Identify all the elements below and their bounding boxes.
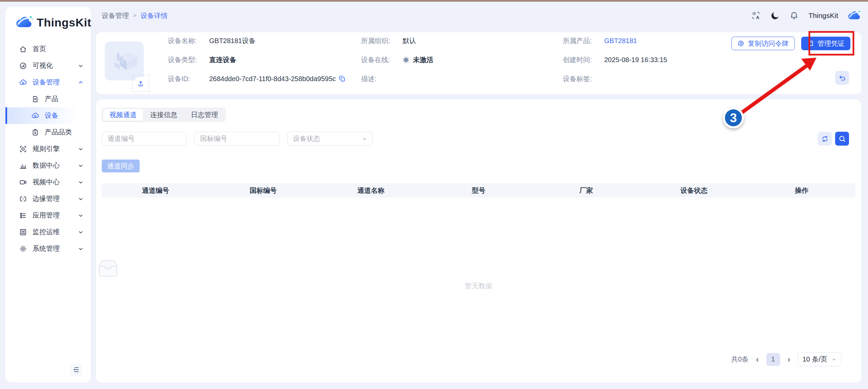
sidebar-item-rule-engine[interactable]: 规则引擎 bbox=[5, 141, 91, 157]
device-info-column-2: 所属组织: 默认 设备在线: 未激活 描述: bbox=[361, 37, 433, 94]
sidebar-item-device-management[interactable]: 设备管理 bbox=[5, 74, 91, 91]
sidebar-item-product-category[interactable]: 产品品类 bbox=[5, 124, 91, 141]
gb-no-input[interactable] bbox=[194, 132, 279, 146]
tab-connection-info[interactable]: 连接信息 bbox=[144, 109, 184, 121]
empty-state: 暂无数据 bbox=[96, 258, 861, 291]
sidebar: ThingsKit 首页 可视化 设备管理 产品 bbox=[5, 7, 91, 383]
column-header-actions[interactable]: 操作 bbox=[748, 186, 855, 195]
tab-bar: 视频通道 连接信息 日志管理 bbox=[102, 108, 226, 122]
device-card-actions: 复制访问令牌 管理凭证 bbox=[731, 37, 850, 50]
product-file-icon bbox=[31, 95, 39, 103]
chevron-down-icon bbox=[77, 146, 84, 152]
home-icon bbox=[19, 45, 27, 53]
chevron-down-icon bbox=[77, 162, 84, 169]
organization-value: 默认 bbox=[402, 36, 416, 45]
chevron-down-icon bbox=[831, 357, 837, 362]
window-top-strip bbox=[0, 0, 868, 2]
sidebar-item-device[interactable]: 设备 bbox=[5, 107, 91, 124]
device-tag-row: 设备标签: bbox=[563, 75, 667, 83]
organization-row: 所属组织: 默认 bbox=[361, 37, 433, 45]
search-button[interactable] bbox=[835, 132, 849, 146]
sidebar-item-video-center[interactable]: 视频中心 bbox=[5, 174, 91, 190]
app-manage-icon bbox=[19, 211, 27, 220]
created-time-value: 2025-08-19 16:33:15 bbox=[604, 56, 667, 64]
device-manage-cloud-icon bbox=[19, 78, 27, 87]
manage-credentials-button[interactable]: 管理凭证 bbox=[801, 37, 850, 50]
notifications-bell-icon[interactable] bbox=[789, 11, 799, 20]
tab-log-management[interactable]: 日志管理 bbox=[184, 109, 224, 121]
device-name-row: 设备名称: GBT28181设备 bbox=[168, 37, 346, 45]
product-link[interactable]: GBT28181 bbox=[604, 37, 637, 45]
column-header-manufacturer[interactable]: 厂家 bbox=[532, 186, 640, 195]
pagination-next-button[interactable]: › bbox=[787, 355, 791, 364]
column-header-channel-name[interactable]: 通道名称 bbox=[317, 186, 425, 195]
column-header-device-status[interactable]: 设备状态 bbox=[640, 186, 748, 195]
monitor-ops-icon bbox=[19, 228, 27, 236]
pagination-prev-button[interactable]: ‹ bbox=[755, 355, 760, 364]
username[interactable]: ThingsKit bbox=[808, 12, 838, 20]
topbar-actions: 中 A ThingsKit bbox=[751, 9, 861, 22]
device-type-row: 设备类型: 直连设备 bbox=[168, 56, 346, 64]
copy-device-id-icon[interactable] bbox=[338, 75, 346, 82]
search-icon bbox=[838, 135, 846, 143]
device-image bbox=[105, 41, 144, 80]
breadcrumb-device-management[interactable]: 设备管理 bbox=[102, 11, 129, 20]
sidebar-item-visualization[interactable]: 可视化 bbox=[5, 57, 91, 74]
svg-text:A: A bbox=[756, 15, 760, 20]
empty-state-text: 暂无数据 bbox=[96, 281, 861, 291]
avatar-cloud[interactable] bbox=[848, 9, 861, 22]
upload-image-dropzone[interactable] bbox=[132, 75, 149, 92]
refresh-button[interactable] bbox=[818, 132, 832, 146]
device-status-select[interactable]: 设备状态 bbox=[287, 132, 373, 146]
sidebar-item-app-management[interactable]: 应用管理 bbox=[5, 207, 91, 224]
sidebar-item-home[interactable]: 首页 bbox=[5, 41, 91, 57]
channel-sync-button[interactable]: 通道同步 bbox=[102, 160, 140, 172]
undo-icon bbox=[838, 74, 846, 82]
pagination-total: 共0条 bbox=[731, 355, 749, 364]
pagination-page-1[interactable]: 1 bbox=[766, 353, 780, 366]
refresh-icon bbox=[821, 135, 829, 143]
chevron-down-icon bbox=[77, 212, 84, 219]
sidebar-item-data-center[interactable]: 数据中心 bbox=[5, 157, 91, 174]
breadcrumb-separator: > bbox=[133, 12, 137, 19]
device-3d-illustration bbox=[110, 48, 139, 75]
rule-engine-icon bbox=[19, 145, 27, 153]
sidebar-item-monitor-ops[interactable]: 监控运维 bbox=[5, 224, 91, 240]
chevron-down-icon bbox=[77, 245, 84, 252]
pagination: 共0条 ‹ 1 › 10 条/页 bbox=[731, 352, 842, 366]
sidebar-item-edge-management[interactable]: 边缘管理 bbox=[5, 190, 91, 207]
chevron-down-icon bbox=[361, 136, 368, 142]
filter-row: 设备状态 bbox=[102, 132, 849, 146]
device-info-column-3: 所属产品: GBT28181 创建时间: 2025-08-19 16:33:15… bbox=[563, 37, 667, 94]
tab-video-channel[interactable]: 视频通道 bbox=[103, 109, 143, 121]
device-type-value: 直连设备 bbox=[209, 55, 236, 64]
column-header-model[interactable]: 型号 bbox=[425, 186, 533, 195]
online-status-row: 设备在线: 未激活 bbox=[361, 56, 433, 64]
video-center-icon bbox=[19, 178, 27, 186]
chevron-down-icon bbox=[77, 229, 84, 236]
product-row: 所属产品: GBT28181 bbox=[563, 37, 667, 45]
device-detail-panel: 视频通道 连接信息 日志管理 设备状态 通道同步 通道编号 国标编号 通道名称 … bbox=[96, 99, 861, 383]
logo[interactable]: ThingsKit bbox=[16, 15, 91, 30]
column-header-gb-no[interactable]: 国标编号 bbox=[210, 186, 317, 195]
empty-inbox-icon bbox=[96, 258, 861, 278]
copy-access-token-button[interactable]: 复制访问令牌 bbox=[731, 37, 795, 50]
sidebar-item-product[interactable]: 产品 bbox=[5, 91, 91, 107]
language-translate-icon[interactable]: 中 A bbox=[751, 11, 761, 20]
device-id-value: 2684dde0-7cd7-11f0-8d43-258b0da9595c bbox=[209, 75, 336, 83]
back-button[interactable] bbox=[835, 71, 849, 85]
page-size-select[interactable]: 10 条/页 bbox=[798, 352, 842, 366]
sidebar-nav: 首页 可视化 设备管理 产品 设备 产品品类 bbox=[5, 41, 91, 257]
page: ThingsKit 首页 可视化 设备管理 产品 bbox=[0, 0, 868, 389]
chevron-down-icon bbox=[77, 196, 84, 202]
dark-mode-moon-icon[interactable] bbox=[770, 11, 780, 20]
status-dot bbox=[404, 58, 408, 62]
online-status-value: 未激活 bbox=[413, 55, 433, 64]
channel-no-input[interactable] bbox=[102, 132, 187, 146]
sidebar-collapse-button[interactable] bbox=[70, 364, 82, 376]
chevron-down-icon bbox=[77, 179, 84, 186]
system-settings-icon bbox=[19, 245, 27, 253]
sidebar-item-system-management[interactable]: 系统管理 bbox=[5, 240, 91, 257]
category-icon bbox=[31, 128, 39, 136]
column-header-channel-no[interactable]: 通道编号 bbox=[102, 186, 210, 195]
